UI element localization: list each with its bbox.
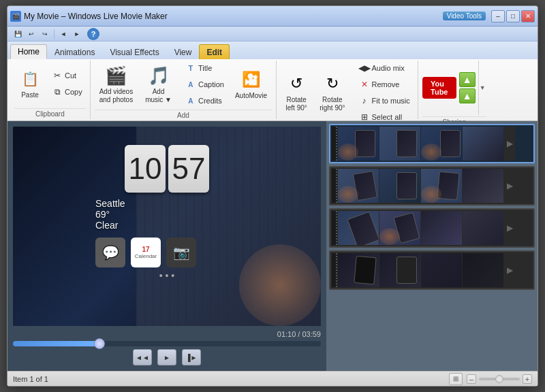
mini-phone [396, 130, 417, 157]
zoom-track[interactable] [479, 378, 520, 380]
frame-img [338, 169, 379, 203]
playback-controls: ◄◄ ► ▐► [13, 349, 321, 365]
ribbon-content: 📋 Paste ✂ Cut ⧉ Copy [7, 59, 538, 120]
rotate-right-icon: ↻ [322, 73, 343, 95]
film-frame-3d [463, 211, 503, 245]
film-frame-2a [338, 169, 379, 203]
automovie-button[interactable]: 🎦 AutoMovie [230, 65, 272, 103]
storyboard-view-button[interactable]: ⊞ [449, 373, 463, 385]
undo-button[interactable]: ↩ [25, 29, 37, 39]
cut-button[interactable]: ✂ Cut [48, 68, 86, 83]
film-clip-2[interactable]: ▶ [329, 166, 535, 206]
rotate-right-button[interactable]: ↻ Rotateright 90° [315, 69, 349, 116]
play-button[interactable]: ► [157, 349, 176, 365]
film-frame-2c [421, 169, 462, 203]
frame-img [338, 127, 379, 161]
tab-visual-effects[interactable]: Visual Effects [102, 44, 166, 59]
film-holes-left [332, 127, 337, 161]
progress-bar[interactable] [13, 341, 321, 346]
ribbon: Home Animations Visual Effects View Edit… [7, 42, 538, 121]
remove-button[interactable]: ✕ Remove [356, 77, 414, 92]
paste-label: Paste [21, 91, 39, 99]
zoom-thumb[interactable] [495, 375, 503, 383]
film-holes-left [332, 211, 337, 245]
audio-mix-label: Audio mix [372, 64, 405, 72]
back-button[interactable]: ◄ [57, 29, 69, 39]
mini-hand [421, 144, 441, 161]
film-clip-1[interactable]: ▶ [329, 124, 535, 163]
minimize-button[interactable]: – [491, 10, 505, 22]
progress-thumb[interactable] [94, 338, 105, 349]
zoom-out-button[interactable]: – [467, 374, 476, 384]
window-controls: – □ ✕ [491, 10, 535, 22]
film-frame-4b [379, 253, 420, 287]
maximize-button[interactable]: □ [506, 10, 520, 22]
film-frame-1a [338, 127, 379, 161]
frame-img [421, 169, 462, 203]
forward-nav-button[interactable]: ► [71, 29, 83, 39]
editing-options-col: ◀▶ Audio mix ✕ Remove ♪ Fit to music ⊞ [356, 61, 414, 125]
editing-group: ↺ Rotateleft 90° ↻ Rotateright 90° ◀▶ Au… [277, 61, 418, 119]
paste-button[interactable]: 📋 Paste [14, 65, 46, 103]
remove-icon: ✕ [359, 79, 370, 90]
youtube-icon[interactable]: YouTube [422, 77, 456, 99]
fit-to-music-button[interactable]: ♪ Fit to music [356, 93, 414, 108]
tab-home[interactable]: Home [10, 44, 47, 59]
add-videos-label: Add videos and photos [99, 88, 134, 104]
add-music-button[interactable]: 🎵 Addmusic ▼ [140, 61, 176, 108]
automovie-label: AutoMovie [235, 92, 267, 100]
frame-img [379, 169, 420, 203]
video-frame: 10 57 Seattle 69° Clear 💬 17 C [13, 127, 321, 326]
share-button-2[interactable]: ▲ [459, 88, 476, 103]
tab-edit[interactable]: Edit [199, 44, 230, 59]
phone-app-icons: 💬 17 Calendar 📷 [89, 238, 245, 267]
rotate-right-label: Rotateright 90° [320, 96, 345, 112]
toolbar-separator [54, 29, 54, 39]
copy-button[interactable]: ⧉ Copy [48, 84, 86, 99]
rotate-left-button[interactable]: ↺ Rotateleft 90° [281, 69, 312, 116]
timeline-area: 01:10 / 03:59 ◄◄ ► ▐► [13, 330, 321, 365]
film-frame-4d [463, 253, 503, 287]
credits-icon: A [185, 95, 196, 106]
cut-copy-col: ✂ Cut ⧉ Copy [48, 68, 86, 99]
title-button[interactable]: T Title [182, 61, 228, 76]
add-videos-button[interactable]: 🎬 Add videos and photos [95, 61, 138, 108]
audio-mix-icon: ◀▶ [359, 63, 370, 74]
hand-overlay [239, 244, 321, 326]
share-button-1[interactable]: ▲ [459, 72, 476, 87]
tab-animations[interactable]: Animations [47, 44, 102, 59]
mini-hand [338, 186, 358, 203]
status-text: Item 1 of 1 [13, 375, 48, 383]
add-group-content: 🎬 Add videos and photos 🎵 Addmusic ▼ T T… [95, 61, 272, 108]
film-frame-3b [379, 211, 420, 245]
remove-label: Remove [372, 80, 400, 88]
film-frame-1b [379, 127, 420, 161]
main-area: 10 57 Seattle 69° Clear 💬 17 C [7, 121, 538, 371]
video-preview: 10 57 Seattle 69° Clear 💬 17 C [13, 127, 321, 326]
credits-label: Credits [198, 97, 222, 105]
close-button[interactable]: ✕ [521, 10, 535, 22]
frame-img [463, 211, 503, 245]
caption-button[interactable]: A Caption [182, 77, 228, 92]
audio-mix-button[interactable]: ◀▶ Audio mix [356, 61, 414, 76]
forward-button[interactable]: ▐► [182, 349, 201, 365]
film-clip-4[interactable]: ▶ [329, 250, 535, 290]
sharing-dropdown[interactable]: ▼ [478, 61, 486, 115]
frame-img [421, 211, 462, 245]
zoom-bar: – + [467, 374, 532, 384]
preview-panel: 10 57 Seattle 69° Clear 💬 17 C [7, 121, 326, 371]
tab-view[interactable]: View [167, 44, 200, 59]
credits-button[interactable]: A Credits [182, 93, 228, 108]
save-button[interactable]: 💾 [12, 29, 24, 39]
film-clip-3[interactable]: ▶ [329, 208, 535, 248]
film-holes-left [332, 169, 337, 203]
zoom-in-button[interactable]: + [523, 374, 532, 384]
rewind-button[interactable]: ◄◄ [133, 349, 152, 365]
redo-button[interactable]: ↪ [39, 29, 51, 39]
help-button[interactable]: ? [87, 28, 99, 40]
main-window: 🎬 My Movie – Windows Live Movie Maker Vi… [7, 5, 538, 387]
share-arrow-buttons: ▲ ▲ [459, 72, 476, 103]
film-frame-3c [421, 211, 462, 245]
video-icon: 🎬 [105, 65, 127, 86]
app-icon: 🎬 [10, 11, 21, 22]
